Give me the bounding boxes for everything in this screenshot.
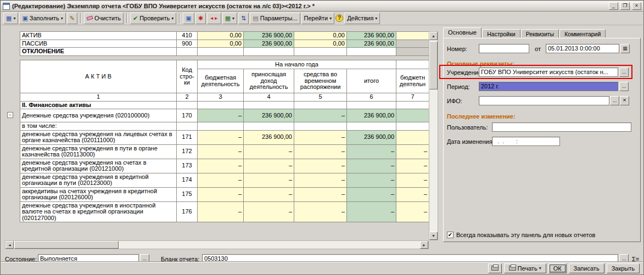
- grid-value-cell[interactable]: –: [347, 201, 396, 222]
- close-form-button[interactable]: Закрыть: [607, 263, 640, 273]
- summary-value-cell[interactable]: 236 900,00: [244, 32, 294, 40]
- grid-name-cell[interactable]: денежные средства учреждения на счетах в…: [20, 159, 177, 173]
- fill-button[interactable]: ▣Заполнить▾: [19, 13, 65, 24]
- summary-value-cell[interactable]: [396, 40, 429, 48]
- grid-value-cell[interactable]: –: [294, 130, 347, 144]
- grid-value-cell[interactable]: 236 900,00: [244, 130, 294, 144]
- close-button[interactable]: ×: [632, 2, 641, 10]
- grid-name-cell[interactable]: денежные средства учреждения в пути в ор…: [20, 144, 177, 159]
- summary-name-cell[interactable]: АКТИВ: [20, 32, 177, 40]
- grid-name-cell[interactable]: денежные средства учреждения на лицевых …: [20, 130, 177, 144]
- minimize-button[interactable]: _: [609, 2, 618, 10]
- save-button[interactable]: Записать: [569, 263, 604, 273]
- help-icon[interactable]: ?: [335, 14, 343, 22]
- change-date-input[interactable]: . . :: [492, 137, 560, 146]
- grid-value-cell[interactable]: [396, 109, 429, 122]
- institution-input[interactable]: ГОБУ ВПО Университет искусств (остаток н…: [479, 68, 618, 77]
- grid-value-cell[interactable]: –: [294, 173, 347, 187]
- period-input[interactable]: 2012 г.: [479, 82, 618, 91]
- grid-value-cell[interactable]: [396, 101, 429, 109]
- grid-value-cell[interactable]: –: [294, 159, 347, 173]
- grid-subheader-cell[interactable]: в том числе:: [20, 122, 177, 131]
- user-input[interactable]: [492, 122, 631, 132]
- summary-value-cell[interactable]: [244, 48, 294, 56]
- grid-value-cell[interactable]: –: [244, 144, 294, 159]
- summary-value-cell[interactable]: [347, 48, 396, 56]
- grid-value-cell[interactable]: [396, 122, 429, 131]
- date-input[interactable]: 05.01.2013 0:00:00: [546, 44, 619, 53]
- grid-value-cell[interactable]: –: [294, 201, 347, 222]
- grid-value-cell[interactable]: –: [198, 173, 244, 187]
- calendar-button[interactable]: ▦: [620, 44, 630, 53]
- grid-value-cell[interactable]: [244, 101, 294, 109]
- table-options-button[interactable]: ▦▾: [222, 13, 237, 24]
- grid-value-cell[interactable]: [198, 122, 244, 131]
- quick-print-button[interactable]: [488, 263, 502, 273]
- grid-value-cell[interactable]: –: [347, 159, 396, 173]
- grid-code-cell[interactable]: 174: [177, 173, 198, 187]
- ok-button[interactable]: ОК: [548, 263, 567, 273]
- recalc-button[interactable]: ✱: [195, 13, 206, 24]
- grid-code-cell[interactable]: 171: [177, 130, 198, 144]
- grid-code-cell[interactable]: 172: [177, 144, 198, 159]
- window-split-button[interactable]: ▣: [183, 13, 194, 24]
- grid-code-cell[interactable]: 175: [177, 187, 198, 201]
- grid-value-cell[interactable]: –: [244, 201, 294, 222]
- actions-button[interactable]: Действия▾: [344, 13, 380, 24]
- grid-value-cell[interactable]: –: [347, 187, 396, 201]
- print-button[interactable]: Печать▾: [504, 263, 546, 273]
- grid-name-cell[interactable]: аккредитивы на счетах учреждения в креди…: [20, 187, 177, 201]
- tab-kommentariy[interactable]: Комментарий: [559, 29, 606, 38]
- grid-name-cell[interactable]: денежные средства учреждения в кредитной…: [20, 173, 177, 187]
- summary-value-cell[interactable]: 236 900,00: [347, 32, 396, 40]
- sort-button[interactable]: ⇅: [238, 13, 249, 24]
- always-show-checkbox[interactable]: ✔: [447, 232, 453, 238]
- summary-code-cell[interactable]: 900: [177, 40, 198, 48]
- period-select-button[interactable]: ...: [619, 82, 629, 91]
- collapse-group-button[interactable]: –: [7, 112, 13, 118]
- summary-name-cell[interactable]: ПАССИВ: [20, 40, 177, 48]
- grid-value-cell[interactable]: –: [347, 173, 396, 187]
- grid-value-cell[interactable]: [294, 122, 347, 131]
- grid-value-cell[interactable]: –: [396, 173, 429, 187]
- scroll-down-button[interactable]: ▼: [429, 232, 438, 240]
- summary-code-cell[interactable]: [177, 48, 198, 56]
- ifo-input[interactable]: [479, 96, 609, 105]
- grid-value-cell[interactable]: –: [294, 109, 347, 122]
- grid-name-cell[interactable]: Денежные средства учреждения (020100000): [20, 109, 177, 122]
- summary-value-cell[interactable]: [396, 48, 429, 56]
- summary-value-cell[interactable]: [294, 48, 347, 56]
- summary-value-cell[interactable]: [396, 32, 429, 40]
- grid-code-cell[interactable]: [177, 101, 198, 109]
- grid-value-cell[interactable]: –: [198, 130, 244, 144]
- scroll-up-button[interactable]: ▲: [429, 32, 438, 40]
- goto-button[interactable]: Перейти▾: [301, 13, 335, 24]
- grid-value-cell[interactable]: –: [396, 144, 429, 159]
- params-button[interactable]: ▤Параметры...: [250, 13, 300, 24]
- institution-select-button[interactable]: ...: [619, 68, 629, 77]
- summary-value-cell[interactable]: 0,00: [294, 32, 347, 40]
- ifo-clear-button[interactable]: ×: [620, 96, 629, 105]
- grid-value-cell[interactable]: [244, 122, 294, 131]
- fill-variant-button[interactable]: ▦▾: [3, 13, 18, 24]
- grid-value-cell[interactable]: [347, 101, 396, 109]
- summary-value-cell[interactable]: 0,00: [294, 40, 347, 48]
- grid-value-cell[interactable]: [347, 122, 396, 131]
- compare-button[interactable]: ◄►: [207, 13, 221, 24]
- edit-button[interactable]: ✎: [67, 13, 77, 24]
- ifo-select-button[interactable]: ...: [610, 96, 619, 105]
- tab-nastroyki[interactable]: Настройки: [482, 29, 520, 38]
- grid-value-cell[interactable]: –: [198, 159, 244, 173]
- summary-value-cell[interactable]: 0,00: [198, 32, 244, 40]
- grid-section-cell[interactable]: II. Финансовые активы: [20, 101, 177, 109]
- summary-value-cell[interactable]: [198, 48, 244, 56]
- maximize-button[interactable]: ❐: [620, 2, 630, 10]
- grid-value-cell[interactable]: –: [347, 144, 396, 159]
- grid-value-cell[interactable]: –: [198, 109, 244, 122]
- tab-rekvizity[interactable]: Реквизиты: [521, 29, 559, 38]
- number-input[interactable]: [479, 44, 529, 53]
- grid-code-cell[interactable]: 170: [177, 109, 198, 122]
- grid-name-cell[interactable]: денежные средства учреждения в иностранн…: [20, 201, 177, 222]
- grid-code-cell[interactable]: 176: [177, 201, 198, 222]
- grid-value-cell[interactable]: –: [244, 173, 294, 187]
